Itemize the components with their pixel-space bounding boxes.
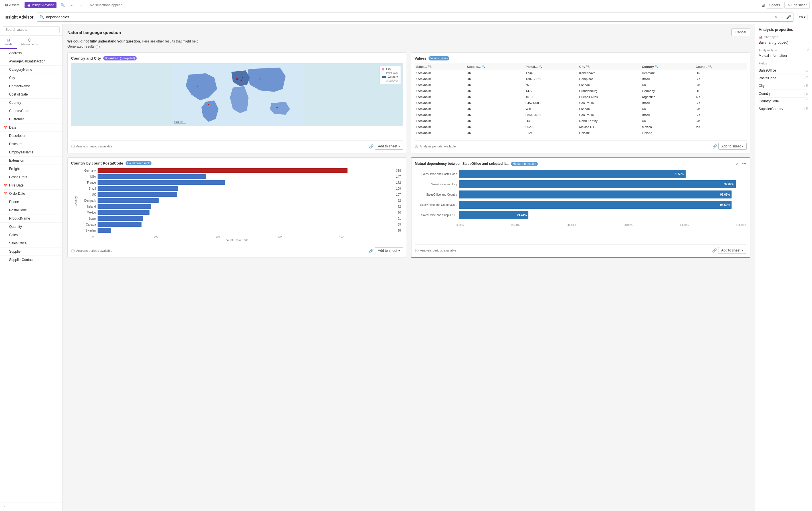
right-field-item[interactable]: SupplierCountry › ⠿ (759, 105, 809, 113)
field-item[interactable]: Sales (0, 231, 62, 239)
right-field-drag-handle[interactable]: ⠿ (806, 76, 809, 81)
right-field-chevron[interactable]: › (804, 84, 805, 88)
col-search-icon[interactable]: 🔍 (539, 65, 542, 68)
field-item[interactable]: 📅Date (0, 123, 62, 132)
table-cell: 04521-000 (524, 100, 578, 106)
col-search-icon[interactable]: 🔍 (655, 65, 659, 68)
field-item[interactable]: Country (0, 99, 62, 107)
field-item[interactable]: Extension (0, 156, 62, 165)
right-field-item[interactable]: CountryCode › ⠿ (759, 97, 809, 105)
col-label: Count... (696, 65, 707, 68)
bar-row: Brazil 109 (79, 186, 401, 191)
field-item[interactable]: Quantity (0, 223, 62, 231)
right-field-item[interactable]: City › ⠿ (759, 82, 809, 90)
right-field-inner: SupplierCountry (759, 107, 783, 111)
field-item[interactable]: Supplier (0, 247, 62, 256)
bar-label: Mexico (79, 211, 96, 214)
fields-tab-icon: ⊟ (7, 38, 10, 42)
back-button[interactable]: ← (69, 2, 76, 8)
mutual-bar-wrap: 24.44% (459, 211, 744, 219)
mic-button[interactable]: 🎤 (786, 15, 791, 20)
search-nav-button[interactable]: 🔍 (59, 2, 66, 8)
right-field-drag-handle[interactable]: ⠿ (806, 68, 809, 73)
table-cell: Brazil (640, 100, 694, 106)
field-item[interactable]: Customer (0, 115, 62, 123)
card1-add-sheet-button[interactable]: Add to sheet ▾ (375, 143, 403, 150)
right-field-drag-handle[interactable]: ⠿ (806, 91, 809, 96)
card4-add-sheet-button[interactable]: Add to sheet ▾ (718, 247, 746, 254)
more-icon[interactable]: ••• (742, 161, 746, 166)
expand-icon[interactable]: ⤢ (736, 162, 739, 166)
card3-share-button[interactable]: 🔗 (369, 249, 374, 253)
go-search-button[interactable]: → (780, 14, 784, 20)
bar-row: Sweden 18 (79, 228, 401, 233)
search-input[interactable] (46, 15, 773, 19)
field-item[interactable]: ContactName (0, 82, 62, 90)
bar-value: 70 (398, 211, 401, 214)
field-item[interactable]: Discount (0, 140, 62, 148)
language-selector[interactable]: en ▾ (797, 14, 807, 20)
field-item[interactable]: CategoryName (0, 66, 62, 74)
col-search-icon[interactable]: 🔍 (586, 65, 590, 68)
card3-add-sheet-button[interactable]: Add to sheet ▾ (375, 247, 403, 254)
no-selections-label: No selections applied (87, 3, 125, 7)
field-item[interactable]: 📅Hire Date (0, 181, 62, 190)
cancel-button[interactable]: Cancel (731, 29, 750, 36)
right-field-chevron[interactable]: › (804, 69, 805, 72)
fields-tab[interactable]: ⊟ Fields (0, 36, 17, 49)
card1-share-button[interactable]: 🔗 (369, 144, 374, 149)
right-field-chevron[interactable]: › (804, 77, 805, 80)
master-items-tab[interactable]: ⬡ Master items (17, 36, 42, 49)
asset-search-input[interactable] (3, 26, 60, 33)
card2-share-button[interactable]: 🔗 (713, 144, 717, 149)
right-field-item[interactable]: SalesOffice › ⠿ (759, 67, 809, 74)
table-container[interactable]: Sales...🔍Supplie...🔍Postal...🔍City🔍Count… (414, 63, 747, 138)
clear-search-button[interactable]: ✕ (775, 15, 778, 20)
field-item[interactable]: City (0, 74, 62, 82)
right-field-chevron[interactable]: › (804, 108, 805, 111)
collapse-sidebar-button[interactable]: ← (0, 502, 62, 511)
insight-advisor-nav-button[interactable]: ◉ Insight Advisor (25, 2, 57, 8)
field-item[interactable]: SalesOffice (0, 239, 62, 247)
right-field-drag-handle[interactable]: ⠿ (806, 99, 809, 103)
mutual-axis-tick: 20.00% (511, 223, 520, 227)
field-item[interactable]: SupplierContact (0, 256, 62, 264)
forward-button[interactable]: → (78, 2, 85, 8)
table-cell: Stockholm (414, 88, 465, 94)
right-field-chevron[interactable]: › (804, 92, 805, 95)
field-item[interactable]: PostalCode (0, 206, 62, 214)
col-search-icon[interactable]: 🔍 (708, 65, 712, 68)
clock4-icon: 🕐 (415, 249, 419, 252)
table-cell: København (578, 70, 640, 76)
table-column-header: Country🔍 (640, 63, 694, 70)
col-search-icon[interactable]: 🔍 (482, 65, 486, 68)
field-item[interactable]: Address (0, 49, 62, 57)
col-search-icon[interactable]: 🔍 (428, 65, 432, 68)
field-item[interactable]: Phone (0, 198, 62, 206)
field-item[interactable]: CountryCode (0, 107, 62, 115)
edit-sheet-button[interactable]: ✎ Edit sheet (784, 2, 810, 8)
field-item[interactable]: Cost of Sale (0, 90, 62, 99)
field-item[interactable]: EmployeeName (0, 148, 62, 156)
right-field-chevron[interactable]: › (804, 100, 805, 103)
card4-share-button[interactable]: 🔗 (712, 248, 717, 253)
assets-button[interactable]: ⊞ Assets (2, 2, 22, 8)
bar-label: UK (79, 193, 96, 196)
right-field-drag-handle[interactable]: ⠿ (806, 84, 809, 88)
chart-type-row[interactable]: Bar chart (grouped) › (759, 40, 809, 44)
right-field-item[interactable]: PostalCode › ⠿ (759, 74, 809, 82)
field-item[interactable]: AverageCallSatisfaction (0, 57, 62, 66)
field-item[interactable]: 📅OrderDate (0, 190, 62, 198)
field-item[interactable]: Gross Profit (0, 173, 62, 181)
sheets-button[interactable]: Sheets (766, 2, 783, 8)
mutual-chart: SalesOffice and PostalCode 79.50% SalesO… (415, 169, 746, 222)
card2-add-sheet-button[interactable]: Add to sheet ▾ (718, 143, 747, 150)
help-icon[interactable]: ? (807, 49, 809, 52)
mutual-bar-wrap: 97.07% (459, 180, 744, 188)
field-item[interactable]: ProductName (0, 214, 62, 223)
field-item[interactable]: Freight (0, 165, 62, 173)
right-field-item[interactable]: Country › ⠿ (759, 90, 809, 97)
right-field-drag-handle[interactable]: ⠿ (806, 107, 809, 111)
bar-label: Germany (79, 169, 96, 172)
field-item[interactable]: Description (0, 132, 62, 140)
